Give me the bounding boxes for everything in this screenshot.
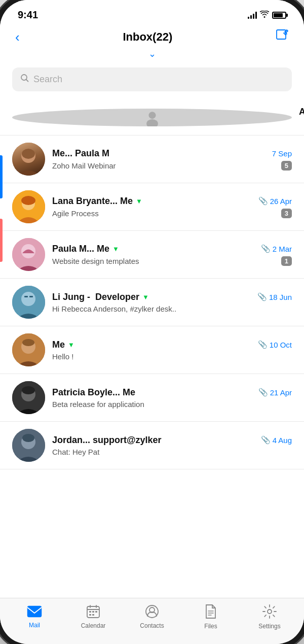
svg-rect-35 bbox=[92, 611, 94, 613]
attachment-icon-me: 📎 bbox=[258, 340, 268, 349]
svg-point-5 bbox=[16, 171, 41, 176]
subject-lana: Agile Process bbox=[52, 209, 99, 218]
attachment-icon-lana: 📎 bbox=[258, 196, 268, 206]
sender-me: Me ▼ bbox=[52, 340, 74, 350]
chevron-down-icon: ⌄ bbox=[148, 48, 156, 59]
tab-calendar-label: Calendar bbox=[81, 622, 106, 629]
svg-point-41 bbox=[268, 609, 272, 614]
svg-point-23 bbox=[22, 339, 34, 346]
tab-calendar[interactable]: Calendar bbox=[78, 605, 108, 629]
inbox-title: Inbox(22) bbox=[123, 30, 172, 44]
avatar-me bbox=[12, 333, 45, 366]
contacts-icon bbox=[145, 605, 159, 620]
status-time: 9:41 bbox=[18, 9, 38, 21]
email-item-austin[interactable]: Austin 📎 12 Jun Fwd: Beautiful Locations bbox=[0, 99, 304, 135]
svg-rect-37 bbox=[89, 614, 91, 616]
signal-bars-icon bbox=[248, 12, 257, 19]
attachment-icon-lijung: 📎 bbox=[257, 292, 267, 301]
tab-mail-label: Mail bbox=[29, 622, 40, 629]
settings-icon bbox=[262, 604, 277, 621]
svg-point-7 bbox=[22, 149, 35, 159]
flag-icon-lana: ▼ bbox=[136, 197, 142, 205]
svg-rect-19 bbox=[29, 296, 33, 297]
sender-paula-me: Paula M... Me ▼ bbox=[52, 244, 119, 254]
email-list: Austin 📎 12 Jun Fwd: Beautiful Locations bbox=[0, 99, 304, 598]
search-container: Search bbox=[0, 63, 304, 99]
email-content-me: Me ▼ 📎 10 Oct Hello ! bbox=[52, 340, 292, 361]
svg-rect-0 bbox=[277, 30, 286, 39]
flag-icon-paulame: ▼ bbox=[112, 245, 119, 253]
avatar-paula-me bbox=[12, 238, 45, 271]
search-icon bbox=[20, 74, 29, 85]
search-placeholder: Search bbox=[33, 74, 62, 85]
tab-contacts-label: Contacts bbox=[140, 622, 164, 629]
sender-paulam: Me... Paula M bbox=[52, 148, 109, 159]
svg-point-17 bbox=[21, 292, 35, 306]
sender-lana: Lana Bryante... Me ▼ bbox=[52, 196, 142, 207]
date-lana: 📎 26 Apr bbox=[258, 196, 292, 206]
date-lijung: 📎 18 Jun bbox=[257, 292, 292, 301]
email-item-paula-me[interactable]: Paula M... Me ▼ 📎 2 Mar Website design t… bbox=[0, 231, 304, 279]
svg-rect-32 bbox=[27, 606, 42, 617]
attachment-icon-patricia: 📎 bbox=[258, 388, 268, 397]
subject-lijung: Hi Rebecca Anderson, #zylker desk.. bbox=[52, 304, 292, 313]
email-content-lana: Lana Bryante... Me ▼ 📎 26 Apr Agile Proc… bbox=[52, 196, 292, 218]
email-content-paulam: Me... Paula M 7 Sep Zoho Mail Webinar 5 bbox=[52, 148, 292, 171]
email-item-me[interactable]: Me ▼ 📎 10 Oct Hello ! bbox=[0, 326, 304, 374]
date-me: 📎 10 Oct bbox=[258, 340, 292, 349]
email-content-lijung: Li Jung - Developer ▼ 📎 18 Jun Hi Rebecc… bbox=[52, 292, 292, 313]
inbox-dropdown[interactable]: ⌄ bbox=[0, 47, 304, 63]
date-jordan: 📎 4 Aug bbox=[261, 435, 292, 445]
tab-mail[interactable]: Mail bbox=[19, 605, 50, 629]
date-paula-me: 📎 2 Mar bbox=[261, 244, 292, 253]
flag-icon-lijung: ▼ bbox=[142, 293, 149, 301]
tab-contacts[interactable]: Contacts bbox=[137, 605, 167, 629]
email-item-lijung[interactable]: Li Jung - Developer ▼ 📎 18 Jun Hi Rebecc… bbox=[0, 279, 304, 326]
svg-point-27 bbox=[22, 386, 35, 394]
battery-icon bbox=[272, 12, 286, 19]
svg-rect-38 bbox=[92, 614, 94, 616]
date-paulam: 7 Sep bbox=[272, 149, 292, 158]
phone-frame: 9:41 ‹ Inbox(22) bbox=[0, 0, 304, 644]
subject-paula-me: Website design templates bbox=[52, 257, 139, 265]
avatar-austin bbox=[12, 109, 292, 126]
svg-point-31 bbox=[22, 434, 34, 442]
wifi-icon bbox=[260, 11, 269, 19]
flag-icon-me: ▼ bbox=[68, 341, 74, 349]
email-content-jordan: Jordan... support@zylker 📎 4 Aug Chat: H… bbox=[52, 435, 292, 456]
avatar-lana bbox=[12, 190, 45, 223]
count-badge-paulame: 1 bbox=[281, 256, 292, 266]
nav-bar: ‹ Inbox(22) bbox=[0, 25, 304, 47]
tab-bar: Mail Calendar bbox=[0, 598, 304, 644]
compose-button[interactable] bbox=[276, 29, 289, 45]
back-button[interactable]: ‹ bbox=[15, 29, 20, 45]
tab-settings[interactable]: Settings bbox=[254, 604, 285, 630]
svg-point-11 bbox=[21, 196, 35, 205]
sender-jordan: Jordan... support@zylker bbox=[52, 435, 162, 446]
email-content-paula-me: Paula M... Me ▼ 📎 2 Mar Website design t… bbox=[52, 244, 292, 266]
avatar-lijung bbox=[12, 286, 45, 319]
unread-accent-blue bbox=[0, 155, 3, 198]
tab-files[interactable]: Files bbox=[196, 604, 226, 630]
tab-files-label: Files bbox=[204, 623, 217, 630]
date-patricia: 📎 21 Apr bbox=[258, 388, 292, 397]
tab-settings-label: Settings bbox=[258, 623, 280, 630]
attachment-icon-jordan: 📎 bbox=[261, 435, 271, 445]
email-content-patricia: Patricia Boyle... Me 📎 21 Apr Beta relea… bbox=[52, 387, 292, 409]
mail-icon bbox=[27, 605, 42, 620]
email-item-lana[interactable]: Lana Bryante... Me ▼ 📎 26 Apr Agile Proc… bbox=[0, 183, 304, 231]
subject-jordan: Chat: Hey Pat bbox=[52, 448, 292, 456]
email-item-jordan[interactable]: Jordan... support@zylker 📎 4 Aug Chat: H… bbox=[0, 422, 304, 469]
svg-rect-36 bbox=[95, 611, 97, 613]
status-icons bbox=[248, 11, 286, 19]
search-bar[interactable]: Search bbox=[12, 67, 292, 91]
subject-me: Hello ! bbox=[52, 352, 292, 361]
count-badge-paulam: 5 bbox=[281, 161, 292, 171]
sender-lijung: Li Jung - Developer ▼ bbox=[52, 292, 149, 302]
avatar-jordan bbox=[12, 429, 45, 462]
subject-paulam: Zoho Mail Webinar bbox=[52, 161, 116, 170]
email-item-patricia[interactable]: Patricia Boyle... Me 📎 21 Apr Beta relea… bbox=[0, 374, 304, 422]
attachment-icon-paulame: 📎 bbox=[261, 244, 271, 253]
subject-patricia: Beta release for application bbox=[52, 400, 292, 409]
email-item-paulam[interactable]: Me... Paula M 7 Sep Zoho Mail Webinar 5 bbox=[0, 135, 304, 183]
